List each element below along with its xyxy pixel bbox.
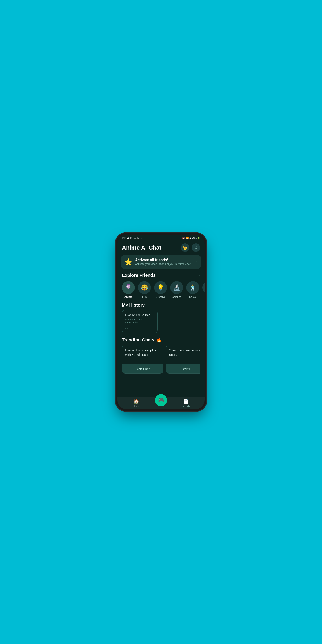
status-bar: 01:04 🖼 ⬇ M • 🔇 📶 ✈ 43% 🔋 <box>118 235 204 240</box>
friends-scroll[interactable]: Anime 😂 Fun 💡 Creative 🔬 Science 🕺 Socia… <box>118 280 204 302</box>
friend-item-science[interactable]: 🔬 Science <box>170 281 183 298</box>
friends-icon: 📄 <box>183 399 189 404</box>
svg-point-5 <box>129 286 130 287</box>
trending-cards[interactable]: I would like to roleplay with Kaneki Ken… <box>122 345 200 374</box>
mute-icon: 🔇 <box>182 237 185 240</box>
status-dot: • <box>141 237 142 240</box>
banner-arrow-icon: › <box>196 260 198 264</box>
nav-item-home[interactable]: 🏠 Home <box>118 399 155 408</box>
fire-emoji: 🔥 <box>156 337 162 342</box>
settings-button[interactable]: ⚙ <box>192 243 200 252</box>
history-title: My History <box>122 302 200 308</box>
svg-point-4 <box>127 286 128 287</box>
history-card-sub: See your recent conversation <box>125 318 154 324</box>
trending-card-0[interactable]: I would like to roleplay with Kaneki Ken… <box>122 345 163 374</box>
friend-label-fun: Fun <box>142 296 147 298</box>
bottom-nav: 🏠 Home 🎮 📄 Friends <box>118 397 204 409</box>
friend-item-fun[interactable]: 😂 Fun <box>138 281 151 298</box>
history-card-main: I would like to role... <box>125 313 154 317</box>
trending-card-text-0: I would like to roleplay with Kaneki Ken <box>122 345 163 362</box>
activate-banner[interactable]: ⭐ Activate all friends! Activate your ac… <box>121 255 201 269</box>
friends-label: Friends <box>182 405 190 408</box>
history-card[interactable]: I would like to role... See your recent … <box>122 310 158 333</box>
trending-card-1[interactable]: Share an anim created entire Start C <box>166 345 200 374</box>
friend-avatar-edu: 📚 <box>202 281 204 294</box>
history-section: My History I would like to role... See y… <box>118 302 204 336</box>
main-scroll[interactable]: Anime AI Chat 👑 ⚙ ⭐ Activate all friends… <box>118 240 204 394</box>
app-title: Anime AI Chat <box>122 244 162 251</box>
friend-avatar-creative: 💡 <box>154 281 167 294</box>
friend-avatar-anime <box>122 281 135 294</box>
status-mail-icon: M <box>137 237 139 240</box>
trending-card-btn-0[interactable]: Start Chat <box>122 364 163 374</box>
explore-header: Explore Friends › <box>118 272 204 280</box>
friend-label-science: Science <box>172 296 182 298</box>
friend-avatar-science: 🔬 <box>170 281 183 294</box>
home-label: Home <box>133 405 139 408</box>
friend-avatar-fun: 😂 <box>138 281 151 294</box>
battery-icon: 🔋 <box>198 237 200 240</box>
nav-center-button[interactable]: 🎮 <box>155 394 167 406</box>
airplane-icon: ✈ <box>190 237 191 240</box>
banner-text: Activate all friends! Activate your acco… <box>135 258 194 266</box>
center-icon: 🎮 <box>158 397 164 403</box>
friend-item-social[interactable]: 🕺 Social <box>186 281 199 298</box>
wifi-icon: 📶 <box>186 237 188 240</box>
header-icons: 👑 ⚙ <box>181 243 200 252</box>
trending-card-text-1: Share an anim created entire <box>166 345 200 362</box>
status-time: 01:04 <box>122 236 129 240</box>
app-header: Anime AI Chat 👑 ⚙ <box>118 240 204 254</box>
explore-title: Explore Friends <box>122 273 156 278</box>
history-card-dots: ... <box>125 326 154 330</box>
friend-label-social: Social <box>189 296 196 298</box>
explore-arrow-icon[interactable]: › <box>199 274 200 278</box>
banner-title: Activate all friends! <box>135 258 194 262</box>
friend-item-creative[interactable]: 💡 Creative <box>154 281 167 298</box>
trending-card-btn-1[interactable]: Start C <box>166 364 200 374</box>
status-photo-icon: 🖼 <box>130 237 132 240</box>
friend-item-anime[interactable]: Anime <box>122 281 135 298</box>
home-icon: 🏠 <box>134 399 139 404</box>
status-download-icon: ⬇ <box>134 237 136 240</box>
friend-avatar-social: 🕺 <box>186 281 199 294</box>
banner-emoji: ⭐ <box>124 258 132 266</box>
trending-title: Trending Chats 🔥 <box>122 337 200 342</box>
crown-button[interactable]: 👑 <box>181 243 190 252</box>
battery-percent: 43% <box>192 237 196 240</box>
friend-label-creative: Creative <box>156 296 166 298</box>
status-right: 🔇 📶 ✈ 43% 🔋 <box>182 237 200 240</box>
status-left: 01:04 🖼 ⬇ M • <box>122 236 142 240</box>
friend-label-anime: Anime <box>124 296 132 298</box>
banner-subtitle: Activate your account and enjoy unlimite… <box>135 262 194 266</box>
nav-item-friends[interactable]: 📄 Friends <box>167 399 204 408</box>
phone-frame: 01:04 🖼 ⬇ M • 🔇 📶 ✈ 43% 🔋 Anime AI Chat … <box>118 235 204 409</box>
friend-item-edu[interactable]: 📚 Edu <box>202 281 204 298</box>
trending-section: Trending Chats 🔥 I would like to rolepla… <box>118 336 204 376</box>
